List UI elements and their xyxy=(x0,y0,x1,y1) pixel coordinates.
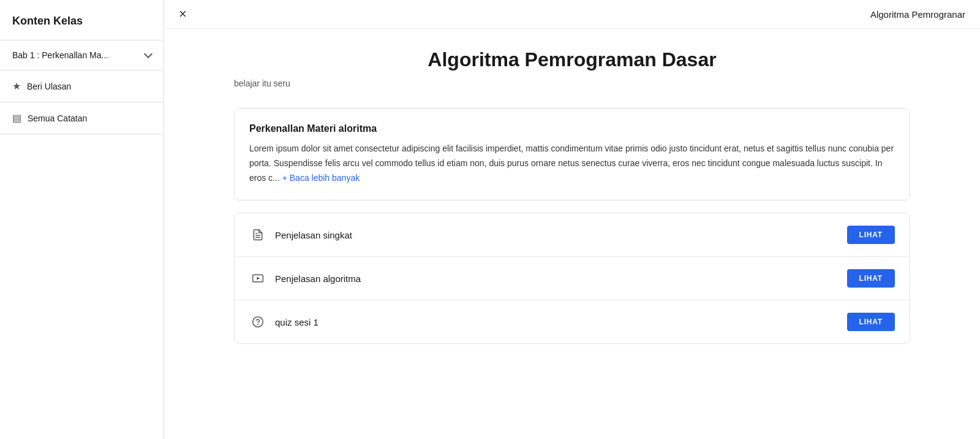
lihat-button-penjelasan-singkat[interactable]: LIHAT xyxy=(847,226,895,244)
material-section: Perkenallan Materi aloritma Lorem ipsum … xyxy=(234,108,910,200)
topbar-title: Algoritma Pemrogranar xyxy=(870,9,965,20)
notebook-icon: ▤ xyxy=(12,112,21,124)
sidebar: Konten Kelas Bab 1 : Perkenallan Ma... ★… xyxy=(0,0,164,439)
sidebar-chapter-label: Bab 1 : Perkenallan Ma... xyxy=(12,50,140,60)
lihat-button-quiz-sesi-1[interactable]: LIHAT xyxy=(847,313,895,331)
read-more-link[interactable]: + Baca lebih banyak xyxy=(282,173,360,183)
quiz-icon xyxy=(249,313,266,330)
item-row-penjelasan-algoritma: Penjelasan algoritma LIHAT xyxy=(235,257,910,300)
page-subtitle: belajar itu seru xyxy=(234,78,910,88)
lihat-button-penjelasan-algoritma[interactable]: LIHAT xyxy=(847,269,895,288)
sidebar-title: Konten Kelas xyxy=(0,10,164,40)
item-row-penjelasan-singkat: Penjelasan singkat LIHAT xyxy=(235,213,910,257)
chevron-down-icon xyxy=(144,50,153,58)
svg-marker-3 xyxy=(257,277,260,280)
sidebar-chapter[interactable]: Bab 1 : Perkenallan Ma... xyxy=(0,40,164,70)
items-container: Penjelasan singkat LIHAT Penjelasan algo… xyxy=(234,213,910,344)
material-section-title: Perkenallan Materi aloritma xyxy=(249,123,895,134)
main-area: × Algoritma Pemrogranar Algoritma Pemrog… xyxy=(164,0,980,439)
svg-point-4 xyxy=(253,317,263,327)
item-row-quiz-sesi-1: quiz sesi 1 LIHAT xyxy=(235,300,910,343)
item-label-penjelasan-singkat: Penjelasan singkat xyxy=(275,230,847,240)
sidebar-menu-label-semua-catatan: Semua Catatan xyxy=(28,113,87,123)
video-icon xyxy=(249,270,266,287)
item-label-penjelasan-algoritma: Penjelasan algoritma xyxy=(275,273,847,284)
content-area: Algoritma Pemrograman Dasar belajar itu … xyxy=(205,29,940,439)
material-section-text: Lorem ipsum dolor sit amet consectetur a… xyxy=(249,142,895,185)
sidebar-menu-label-beri-ulasan: Beri Ulasan xyxy=(27,82,71,91)
doc-icon xyxy=(249,226,266,243)
sidebar-divider-4 xyxy=(0,134,164,134)
item-label-quiz-sesi-1: quiz sesi 1 xyxy=(275,317,847,327)
sidebar-item-beri-ulasan[interactable]: ★ Beri Ulasan xyxy=(0,71,164,102)
close-button[interactable]: × xyxy=(179,7,187,21)
topbar: × Algoritma Pemrogranar xyxy=(164,0,980,29)
star-icon: ★ xyxy=(12,80,21,92)
sidebar-item-semua-catatan[interactable]: ▤ Semua Catatan xyxy=(0,102,164,134)
page-title: Algoritma Pemrograman Dasar xyxy=(234,48,910,71)
